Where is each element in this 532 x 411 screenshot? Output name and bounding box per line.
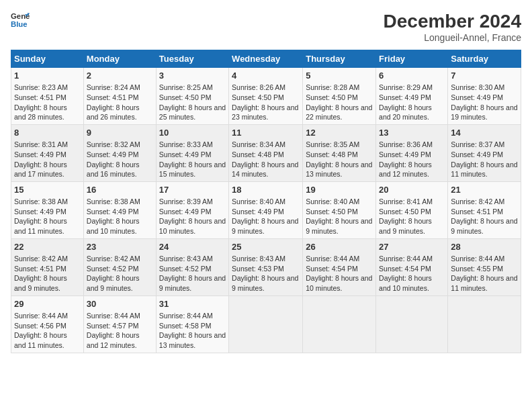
calendar-cell: 27Sunrise: 8:44 AMSunset: 4:54 PMDayligh… [376, 238, 448, 295]
daylight-text: Daylight: 8 hours and 25 minutes. [159, 103, 226, 122]
sunset-text: Sunset: 4:51 PM [14, 93, 66, 101]
page-container: General Blue December 2024 Longueil-Anne… [0, 0, 532, 359]
sunrise-text: Sunrise: 8:42 AM [87, 255, 140, 263]
calendar-cell: 18Sunrise: 8:40 AMSunset: 4:49 PMDayligh… [229, 181, 303, 238]
calendar-cell: 5Sunrise: 8:28 AMSunset: 4:50 PMDaylight… [303, 68, 376, 125]
header-wednesday: Wednesday [229, 50, 303, 68]
calendar-week-row: 29Sunrise: 8:44 AMSunset: 4:56 PMDayligh… [11, 295, 521, 353]
sunset-text: Sunset: 4:50 PM [159, 93, 212, 101]
sunrise-text: Sunrise: 8:42 AM [451, 197, 504, 205]
calendar-table: Sunday Monday Tuesday Wednesday Thursday… [11, 50, 521, 353]
daylight-text: Daylight: 8 hours and 13 minutes. [159, 331, 226, 349]
day-number: 14 [451, 127, 518, 139]
sunrise-text: Sunrise: 8:38 AM [14, 197, 68, 205]
calendar-cell: 25Sunrise: 8:43 AMSunset: 4:53 PMDayligh… [229, 238, 303, 295]
day-number: 5 [306, 70, 373, 82]
calendar-cell: 15Sunrise: 8:38 AMSunset: 4:49 PMDayligh… [11, 181, 84, 238]
sunset-text: Sunset: 4:53 PM [232, 265, 284, 273]
day-number: 28 [451, 241, 518, 253]
calendar-cell: 11Sunrise: 8:34 AMSunset: 4:48 PMDayligh… [229, 124, 303, 181]
daylight-text: Daylight: 8 hours and 23 minutes. [232, 103, 298, 122]
calendar-cell: 26Sunrise: 8:44 AMSunset: 4:54 PMDayligh… [303, 238, 376, 295]
day-number: 24 [159, 241, 226, 253]
header-monday: Monday [83, 50, 156, 68]
calendar-title: December 2024 [384, 11, 521, 32]
day-number: 29 [14, 298, 81, 310]
calendar-week-row: 22Sunrise: 8:42 AMSunset: 4:51 PMDayligh… [11, 238, 521, 295]
sunset-text: Sunset: 4:54 PM [306, 265, 358, 273]
day-number: 13 [379, 127, 445, 139]
sunset-text: Sunset: 4:50 PM [306, 208, 358, 216]
title-block: December 2024 Longueil-Annel, France [384, 11, 521, 43]
sunset-text: Sunset: 4:52 PM [159, 265, 212, 273]
calendar-cell: 3Sunrise: 8:25 AMSunset: 4:50 PMDaylight… [156, 68, 228, 125]
day-number: 6 [379, 70, 445, 82]
day-number: 10 [159, 127, 226, 139]
sunrise-text: Sunrise: 8:33 AM [159, 140, 213, 148]
daylight-text: Daylight: 8 hours and 12 minutes. [379, 161, 432, 179]
daylight-text: Daylight: 8 hours and 9 minutes. [232, 217, 298, 235]
calendar-cell: 23Sunrise: 8:42 AMSunset: 4:52 PMDayligh… [83, 238, 156, 295]
sunset-text: Sunset: 4:49 PM [451, 150, 503, 158]
sunset-text: Sunset: 4:49 PM [379, 93, 431, 101]
calendar-cell: 10Sunrise: 8:33 AMSunset: 4:49 PMDayligh… [156, 124, 228, 181]
sunrise-text: Sunrise: 8:44 AM [87, 312, 140, 320]
day-number: 19 [306, 184, 373, 196]
calendar-cell: 16Sunrise: 8:38 AMSunset: 4:49 PMDayligh… [83, 181, 156, 238]
calendar-cell: 12Sunrise: 8:35 AMSunset: 4:48 PMDayligh… [303, 124, 376, 181]
sunset-text: Sunset: 4:48 PM [306, 150, 358, 158]
daylight-text: Daylight: 8 hours and 14 minutes. [232, 161, 298, 179]
daylight-text: Daylight: 8 hours and 10 minutes. [379, 274, 432, 292]
sunrise-text: Sunrise: 8:35 AM [306, 140, 359, 148]
sunrise-text: Sunrise: 8:44 AM [14, 312, 68, 320]
calendar-week-row: 8Sunrise: 8:31 AMSunset: 4:49 PMDaylight… [11, 124, 521, 181]
header-tuesday: Tuesday [156, 50, 228, 68]
sunset-text: Sunset: 4:49 PM [14, 150, 66, 158]
sunrise-text: Sunrise: 8:30 AM [451, 83, 504, 91]
sunset-text: Sunset: 4:49 PM [159, 150, 212, 158]
day-number: 7 [451, 70, 518, 82]
day-number: 15 [14, 184, 81, 196]
days-header-row: Sunday Monday Tuesday Wednesday Thursday… [11, 50, 521, 68]
sunset-text: Sunset: 4:55 PM [451, 265, 503, 273]
calendar-body: 1Sunrise: 8:23 AMSunset: 4:51 PMDaylight… [11, 68, 521, 353]
daylight-text: Daylight: 8 hours and 9 minutes. [451, 217, 517, 235]
day-number: 11 [232, 127, 300, 139]
sunrise-text: Sunrise: 8:42 AM [14, 255, 68, 263]
calendar-cell: 8Sunrise: 8:31 AMSunset: 4:49 PMDaylight… [11, 124, 84, 181]
calendar-cell: 22Sunrise: 8:42 AMSunset: 4:51 PMDayligh… [11, 238, 84, 295]
sunrise-text: Sunrise: 8:40 AM [232, 197, 285, 205]
sunrise-text: Sunrise: 8:25 AM [159, 83, 213, 91]
sunset-text: Sunset: 4:54 PM [379, 265, 431, 273]
day-number: 4 [232, 70, 300, 82]
calendar-cell: 30Sunrise: 8:44 AMSunset: 4:57 PMDayligh… [83, 295, 156, 353]
sunset-text: Sunset: 4:49 PM [87, 208, 139, 216]
calendar-week-row: 1Sunrise: 8:23 AMSunset: 4:51 PMDaylight… [11, 68, 521, 125]
sunrise-text: Sunrise: 8:43 AM [232, 255, 285, 263]
header: General Blue December 2024 Longueil-Anne… [11, 11, 521, 43]
day-number: 12 [306, 127, 373, 139]
sunrise-text: Sunrise: 8:26 AM [232, 83, 285, 91]
daylight-text: Daylight: 8 hours and 15 minutes. [159, 161, 226, 179]
sunset-text: Sunset: 4:49 PM [232, 208, 284, 216]
calendar-subtitle: Longueil-Annel, France [384, 32, 521, 43]
calendar-cell: 31Sunrise: 8:44 AMSunset: 4:58 PMDayligh… [156, 295, 228, 353]
daylight-text: Daylight: 8 hours and 10 minutes. [159, 217, 226, 235]
calendar-cell [448, 295, 521, 353]
sunrise-text: Sunrise: 8:37 AM [451, 140, 504, 148]
sunrise-text: Sunrise: 8:31 AM [14, 140, 68, 148]
header-saturday: Saturday [448, 50, 521, 68]
sunrise-text: Sunrise: 8:28 AM [306, 83, 359, 91]
calendar-cell: 6Sunrise: 8:29 AMSunset: 4:49 PMDaylight… [376, 68, 448, 125]
day-number: 21 [451, 184, 518, 196]
daylight-text: Daylight: 8 hours and 10 minutes. [306, 274, 372, 292]
sunset-text: Sunset: 4:48 PM [232, 150, 284, 158]
sunrise-text: Sunrise: 8:41 AM [379, 197, 433, 205]
calendar-cell: 29Sunrise: 8:44 AMSunset: 4:56 PMDayligh… [11, 295, 84, 353]
sunrise-text: Sunrise: 8:39 AM [159, 197, 213, 205]
sunset-text: Sunset: 4:49 PM [451, 93, 503, 101]
header-thursday: Thursday [303, 50, 376, 68]
logo-icon: General Blue [11, 11, 30, 30]
sunset-text: Sunset: 4:50 PM [379, 208, 431, 216]
daylight-text: Daylight: 8 hours and 9 minutes. [379, 217, 432, 235]
